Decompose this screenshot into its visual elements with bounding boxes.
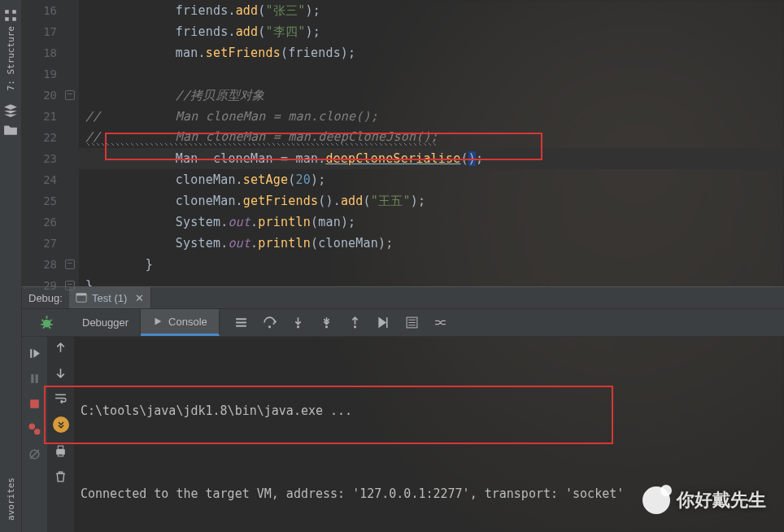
debug-controls-column (22, 337, 48, 532)
line-number[interactable]: 20 (22, 85, 78, 106)
down-icon[interactable] (54, 366, 68, 380)
svg-rect-13 (31, 374, 33, 383)
left-tool-strip: 7: Structure avorites (0, 0, 22, 532)
watermark: 你好戴先生 (642, 486, 766, 514)
line-number[interactable]: 21 (22, 106, 78, 127)
svg-rect-0 (5, 10, 9, 14)
step-over-icon[interactable] (263, 316, 277, 329)
line-number[interactable]: 18 (22, 42, 78, 63)
svg-point-17 (34, 429, 40, 434)
line-number[interactable]: 16 (22, 0, 78, 21)
bug-icon (39, 315, 54, 330)
svg-rect-12 (30, 349, 32, 358)
clear-icon[interactable] (54, 469, 68, 483)
svg-point-16 (29, 424, 35, 430)
line-number[interactable]: 17 (22, 21, 78, 42)
svg-point-9 (325, 325, 328, 328)
debugger-toolbar: Debugger Console (22, 309, 784, 337)
view-breakpoints-icon[interactable] (28, 422, 41, 436)
resume-icon[interactable] (28, 347, 41, 360)
svg-rect-2 (5, 17, 9, 21)
structure-icon (3, 8, 18, 23)
watermark-text: 你好戴先生 (677, 488, 766, 512)
up-icon[interactable] (54, 341, 68, 355)
svg-rect-15 (30, 399, 39, 408)
line-number[interactable]: 25 (22, 190, 78, 211)
scroll-to-end-button[interactable] (53, 416, 69, 433)
line-number[interactable]: 19 (22, 63, 78, 85)
pause-icon[interactable] (28, 372, 41, 386)
step-into-icon[interactable] (291, 316, 305, 329)
code-text-area[interactable]: friends.add("张三"); friends.add("李四"); ma… (79, 0, 784, 286)
code-line-current[interactable]: Man cloneMan = man.deepCloneSerialise(); (79, 148, 784, 169)
structure-label: 7: Structure (6, 23, 16, 94)
svg-rect-1 (12, 10, 16, 14)
svg-rect-3 (12, 17, 16, 21)
line-number[interactable]: 22 (22, 127, 78, 148)
wechat-icon (642, 486, 670, 514)
debug-tabs-bar: Debug: Test (1) ✕ (22, 286, 784, 309)
line-number[interactable]: 26 (22, 211, 78, 233)
svg-point-10 (354, 325, 356, 328)
tab-debugger[interactable]: Debugger (71, 309, 141, 336)
soft-wrap-icon[interactable] (54, 391, 68, 405)
svg-point-7 (268, 325, 271, 328)
line-number[interactable]: 23 (22, 148, 78, 169)
code-editor[interactable]: 16 17 18 19 20 21 22 23 24 25 26 27 28 2… (22, 0, 784, 286)
evaluate-icon[interactable] (405, 316, 419, 329)
line-number[interactable]: 28 (22, 254, 78, 275)
svg-point-8 (297, 325, 299, 328)
line-number[interactable]: 27 (22, 233, 78, 254)
fold-handle-icon[interactable] (65, 281, 75, 290)
debug-run-tab[interactable]: Test (1) ✕ (69, 287, 151, 308)
stop-icon[interactable] (28, 397, 41, 411)
fold-handle-icon[interactable] (65, 90, 75, 100)
svg-rect-20 (58, 446, 63, 449)
console-line: C:\tools\java\jdk1.8\bin\java.exe ... (81, 397, 784, 425)
console-gutter (48, 337, 74, 532)
folder-icon[interactable] (3, 123, 18, 137)
close-icon[interactable]: ✕ (135, 292, 144, 304)
structure-tool-button[interactable]: 7: Structure (3, 3, 18, 98)
rerun-button[interactable] (22, 315, 71, 330)
favorites-label: avorites (6, 474, 16, 524)
line-number[interactable]: 29 (22, 275, 78, 296)
play-icon (152, 316, 163, 327)
layers-icon[interactable] (3, 103, 18, 118)
fold-handle-icon[interactable] (65, 259, 75, 269)
mute-breakpoints-icon[interactable] (28, 447, 41, 461)
threads-icon[interactable] (234, 316, 248, 329)
run-to-cursor-icon[interactable] (377, 316, 390, 329)
print-icon[interactable] (54, 444, 68, 458)
line-number[interactable]: 24 (22, 169, 78, 190)
tab-console[interactable]: Console (141, 309, 220, 336)
editor-gutter[interactable]: 16 17 18 19 20 21 22 23 24 25 26 27 28 2… (22, 0, 79, 286)
favorites-tool-button[interactable]: avorites (6, 469, 16, 529)
step-out-icon[interactable] (348, 316, 362, 329)
scroll-end-icon (56, 420, 66, 430)
trace-icon[interactable] (433, 316, 447, 329)
force-step-into-icon[interactable] (320, 316, 333, 329)
debug-tab-label: Test (1) (92, 292, 127, 304)
svg-rect-14 (36, 374, 38, 383)
